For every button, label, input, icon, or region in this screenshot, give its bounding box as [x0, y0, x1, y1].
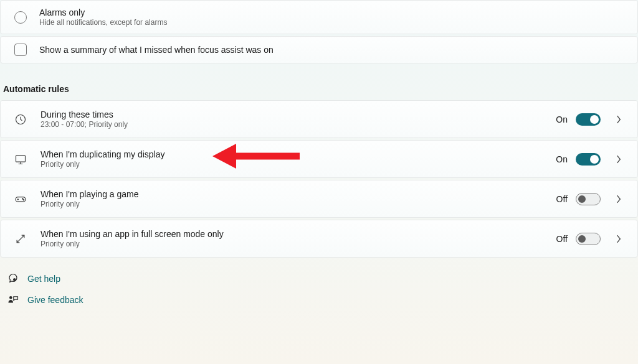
option-summary[interactable]: Show a summary of what I missed when foc…	[0, 36, 638, 63]
clock-icon	[14, 113, 27, 126]
footer-links: ? Get help Give feedback	[0, 259, 638, 306]
rule-playing-game[interactable]: When I'm playing a game Priority only Of…	[0, 180, 638, 218]
toggle-fullscreen-app[interactable]	[576, 233, 601, 245]
toggle-during-these-times[interactable]	[576, 113, 601, 126]
rule-subtitle-0: 23:00 - 07:00; Priority only	[40, 120, 556, 129]
rule-subtitle-2: Priority only	[40, 200, 556, 208]
link-give-feedback-label: Give feedback	[27, 295, 83, 305]
help-icon: ?	[7, 273, 19, 284]
radio-alarms-only[interactable]	[14, 11, 27, 24]
chevron-right-icon[interactable]	[614, 194, 624, 204]
rule-title-2: When I'm playing a game	[40, 189, 556, 199]
option-alarms-subtitle: Hide all notifications, except for alarm…	[39, 18, 167, 27]
rule-text-3: When I'm using an app in full screen mod…	[40, 229, 556, 248]
rule-right-1: On	[556, 153, 624, 166]
toggle-duplicating-display[interactable]	[576, 153, 601, 166]
option-alarms-title: Alarms only	[39, 7, 167, 17]
toggle-playing-game[interactable]	[576, 193, 601, 205]
expand-icon	[14, 233, 27, 245]
section-header-automatic-rules: Automatic rules	[0, 65, 638, 100]
option-summary-label: Show a summary of what I missed when foc…	[39, 45, 274, 55]
toggle-label-3: Off	[556, 234, 568, 244]
svg-point-7	[9, 296, 12, 299]
link-give-feedback[interactable]: Give feedback	[7, 294, 638, 306]
rule-title-0: During these times	[40, 110, 556, 119]
monitor-icon	[14, 153, 27, 166]
chevron-right-icon[interactable]	[614, 154, 624, 164]
rule-text-2: When I'm playing a game Priority only	[40, 189, 556, 208]
rule-during-these-times[interactable]: During these times 23:00 - 07:00; Priori…	[0, 100, 638, 138]
rule-text-1: When I'm duplicating my display Priority…	[40, 149, 556, 169]
rule-right-0: On	[556, 113, 624, 126]
rule-fullscreen-app[interactable]: When I'm using an app in full screen mod…	[0, 220, 638, 258]
rule-right-3: Off	[556, 233, 624, 245]
option-alarms-only[interactable]: Alarms only Hide all notifications, exce…	[0, 0, 638, 34]
chevron-right-icon[interactable]	[614, 114, 624, 124]
chevron-right-icon[interactable]	[614, 234, 624, 244]
rule-title-1: When I'm duplicating my display	[40, 149, 556, 159]
rule-subtitle-3: Priority only	[40, 240, 556, 248]
rule-text-0: During these times 23:00 - 07:00; Priori…	[40, 110, 556, 129]
rule-right-2: Off	[556, 193, 624, 205]
svg-point-3	[22, 198, 23, 198]
option-alarms-text: Alarms only Hide all notifications, exce…	[39, 7, 167, 27]
toggle-label-2: Off	[556, 194, 568, 204]
link-get-help[interactable]: ? Get help	[7, 273, 638, 284]
rule-subtitle-1: Priority only	[40, 160, 556, 169]
link-get-help-label: Get help	[27, 274, 60, 284]
toggle-label-0: On	[556, 114, 568, 124]
svg-rect-1	[16, 156, 26, 162]
rule-title-3: When I'm using an app in full screen mod…	[40, 229, 556, 239]
svg-point-4	[23, 199, 24, 200]
toggle-label-1: On	[556, 154, 568, 164]
feedback-icon	[7, 294, 19, 306]
gamepad-icon	[14, 193, 27, 205]
checkbox-summary[interactable]	[14, 44, 27, 56]
option-summary-text: Show a summary of what I missed when foc…	[39, 45, 274, 55]
rule-duplicating-display[interactable]: When I'm duplicating my display Priority…	[0, 140, 638, 178]
